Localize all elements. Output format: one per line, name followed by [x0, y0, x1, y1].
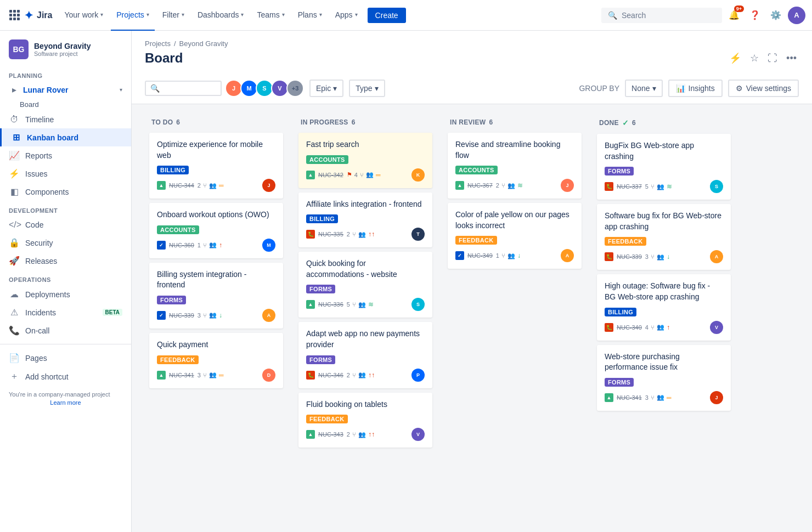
issue-id: NUC-341	[169, 372, 194, 378]
jira-logo[interactable]: ✦ Jira	[24, 9, 52, 22]
chevron-down-icon: ▾	[319, 12, 322, 18]
nav-dashboards[interactable]: Dashboards ▾	[192, 0, 250, 31]
user-avatar[interactable]: A	[788, 7, 805, 24]
search-box[interactable]: 🔍 Search	[601, 8, 722, 23]
card-nuc-335[interactable]: Affiliate links integration - frontend B…	[298, 193, 432, 248]
nav-apps[interactable]: Apps ▾	[330, 0, 363, 31]
board-action-lightning[interactable]: ⚡	[727, 50, 743, 66]
help-button[interactable]: ❓	[746, 7, 764, 24]
nav-projects[interactable]: Projects ▾	[111, 0, 155, 31]
card-nuc-342[interactable]: Fast trip search ACCOUNTS ▲ NUC-342 ⚑ 4 …	[298, 133, 432, 188]
issue-type-icon: ▲	[306, 430, 315, 439]
card-avatar: V	[710, 321, 723, 334]
board-search[interactable]: 🔍	[145, 81, 222, 96]
sidebar-item-reports[interactable]: 📈 Reports	[0, 146, 131, 165]
card-footer: 🐛 NUC-337 5 ⑂ 👥 ≋ S	[605, 180, 723, 193]
apps-grid-button[interactable]	[7, 8, 22, 23]
card-avatar: J	[561, 179, 574, 192]
card-done-nuc-337[interactable]: BugFix BG Web-store app crashing FORMS 🐛…	[597, 134, 731, 200]
story-points-icon: ⑂	[352, 301, 356, 308]
priority-icon: ≋	[368, 301, 374, 308]
sidebar-item-add-shortcut[interactable]: ＋ Add shortcut	[0, 367, 131, 386]
create-button[interactable]: Create	[368, 8, 406, 23]
sidebar-item-security[interactable]: 🔒 Security	[0, 234, 131, 252]
operations-section-label: OPERATIONS	[0, 270, 131, 285]
card-footer: ✓ NUC-349 1 ⑂ 👥 ↓ A	[455, 249, 574, 262]
card-meta: 5 ⑂ 👥 ≋	[645, 183, 707, 190]
card-nuc-341[interactable]: Quick payment FEEDBACK ▲ NUC-341 3 ⑂ 👥 ═	[149, 333, 283, 388]
card-nuc-344[interactable]: Optimize experience for mobile web BILLI…	[149, 133, 283, 199]
card-meta: 1 ⑂ 👥 ↓	[496, 252, 557, 259]
priority-icon: ↑	[219, 241, 222, 249]
issue-type-icon: 🐛	[306, 371, 315, 380]
sidebar-item-oncall[interactable]: 📞 On-call	[0, 321, 131, 339]
board-action-expand[interactable]: ⛶	[765, 50, 780, 66]
card-title: BugFix BG Web-store app crashing	[605, 140, 723, 162]
sidebar-item-issues[interactable]: ⚡ Issues	[0, 165, 131, 183]
sidebar-item-kanban[interactable]: ⊞ Kanban board	[0, 128, 131, 146]
story-points-icon: ⑂	[651, 324, 655, 331]
story-points-icon: ⑂	[352, 372, 356, 378]
card-done-nuc-340[interactable]: High outage: Software bug fix - BG Web-s…	[597, 274, 731, 340]
card-meta: 2 ⑂ 👥 ↑↑	[347, 230, 408, 238]
subtasks-icon: 👥	[209, 312, 217, 319]
board-action-star[interactable]: ☆	[748, 50, 761, 66]
nav-filter[interactable]: Filter ▾	[157, 0, 190, 31]
card-done-nuc-341[interactable]: Web-store purchasing performance issue f…	[597, 345, 731, 411]
column-title-done: DONE	[599, 119, 619, 127]
card-nuc-349[interactable]: Color of pale yellow on our pages looks …	[448, 203, 582, 269]
sidebar-item-deployments[interactable]: ☁ Deployments	[0, 285, 131, 303]
card-tag: FEEDBACK	[306, 415, 348, 423]
board-actions: ⚡ ☆ ⛶ •••	[727, 50, 799, 66]
card-nuc-336[interactable]: Quick booking for accommodations - websi…	[298, 252, 432, 318]
sidebar-item-code[interactable]: </> Code	[0, 216, 131, 234]
card-footer: ▲ NUC-336 5 ⑂ 👥 ≋ S	[306, 298, 425, 311]
pages-icon: 📄	[9, 353, 20, 363]
learn-more-link[interactable]: Learn more	[9, 399, 122, 407]
sidebar-item-timeline[interactable]: ⏱ Timeline	[0, 111, 131, 128]
oncall-icon: 📞	[9, 325, 20, 336]
card-nuc-360[interactable]: Onboard workout options (OWO) ACCOUNTS ✓…	[149, 203, 283, 258]
card-nuc-367[interactable]: Revise and streamline booking flow ACCOU…	[448, 133, 582, 199]
issue-id: NUC-339	[169, 312, 194, 319]
issue-id: NUC-340	[617, 324, 642, 331]
card-nuc-343[interactable]: Fluid booking on tablets FEEDBACK ▲ NUC-…	[298, 393, 432, 448]
card-done-nuc-339[interactable]: Software bug fix for BG Web-store app cr…	[597, 204, 731, 270]
type-filter-button[interactable]: Type ▾	[349, 80, 385, 97]
breadcrumb-project[interactable]: Beyond Gravity	[179, 39, 228, 48]
sidebar-item-releases[interactable]: 🚀 Releases	[0, 252, 131, 270]
story-points-icon: ⑂	[203, 182, 207, 189]
nav-your-work[interactable]: Your work ▾	[59, 0, 109, 31]
column-title-inreview: IN REVIEW	[450, 118, 486, 126]
sidebar-item-pages[interactable]: 📄 Pages	[0, 349, 131, 367]
breadcrumb: Projects / Beyond Gravity	[145, 39, 799, 48]
epic-filter-button[interactable]: Epic ▾	[309, 80, 343, 97]
column-inprogress: IN PROGRESS 6 Fast trip search ACCOUNTS …	[294, 113, 437, 498]
story-points-icon: ⑂	[352, 431, 356, 438]
card-tag: FEEDBACK	[455, 236, 497, 245]
breadcrumb-projects[interactable]: Projects	[145, 39, 171, 48]
issue-id: NUC-336	[318, 301, 343, 308]
sidebar-item-components[interactable]: ◧ Components	[0, 183, 131, 201]
notifications-button[interactable]: 🔔 9+	[725, 7, 743, 24]
avatar-more[interactable]: +3	[286, 80, 304, 97]
nav-teams[interactable]: Teams ▾	[251, 0, 290, 31]
card-avatar: V	[411, 428, 425, 441]
card-nuc-339[interactable]: Billing system integration - frontend FO…	[149, 263, 283, 329]
card-footer: 🐛 NUC-335 2 ⑂ 👥 ↑↑ T	[306, 228, 425, 241]
insights-button[interactable]: 📊 Insights	[668, 80, 723, 97]
view-settings-button[interactable]: ⚙ View settings	[728, 80, 799, 97]
sidebar-item-incidents[interactable]: ⚠ Incidents BETA	[0, 303, 131, 321]
subtasks-icon: 👥	[358, 301, 366, 308]
nav-plans[interactable]: Plans ▾	[292, 0, 328, 31]
card-nuc-346[interactable]: Adapt web app no new payments provider F…	[298, 322, 432, 388]
card-title: Fast trip search	[306, 139, 425, 150]
sidebar-sub-board[interactable]: Board	[0, 98, 131, 111]
reports-icon: 📈	[9, 150, 20, 161]
group-by-select[interactable]: None ▾	[625, 80, 662, 97]
sidebar-item-lunar-rover[interactable]: ▸ Lunar Rover ▾	[0, 81, 131, 98]
board-action-more[interactable]: •••	[784, 50, 799, 66]
deployments-icon: ☁	[9, 289, 20, 299]
settings-button[interactable]: ⚙️	[767, 7, 785, 24]
priority-icon: ═	[376, 171, 381, 179]
